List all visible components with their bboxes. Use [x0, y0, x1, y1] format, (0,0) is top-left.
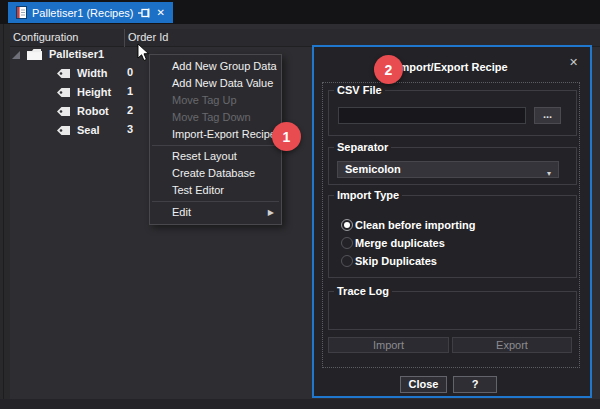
order-id-value: 0 [127, 66, 133, 78]
tag-icon [56, 125, 71, 136]
help-button[interactable]: ? [453, 376, 497, 393]
menu-item-reset-layout[interactable]: Reset Layout [150, 148, 281, 165]
browse-button[interactable]: ... [534, 107, 561, 124]
tag-label: Robot [77, 104, 109, 119]
csv-file-input[interactable] [338, 107, 526, 124]
expander-icon[interactable] [12, 51, 20, 59]
radio-skip-duplicates[interactable] [341, 255, 353, 267]
radio-label[interactable]: Skip Duplicates [355, 253, 437, 269]
dropdown-selected-value: Semicolon [338, 163, 401, 175]
radio-label[interactable]: Clean before importing [355, 217, 475, 233]
export-button[interactable]: Export [452, 337, 572, 353]
tag-icon [56, 87, 71, 98]
menu-item-import-export-recipe[interactable]: Import-Export Recipe [150, 126, 281, 143]
menu-item-move-tag-down: Move Tag Down [150, 109, 281, 126]
csv-file-group-label: CSV File [334, 84, 385, 96]
annotation-badge-1: 1 [272, 122, 301, 151]
annotation-badge-2: 2 [374, 55, 403, 84]
tree-root-label: Palletiser1 [49, 47, 104, 62]
submenu-arrow-icon: ▶ [268, 204, 274, 221]
folder-icon [26, 48, 43, 61]
menu-item-edit[interactable]: Edit ▶ [150, 204, 281, 221]
dialog-title: Import/Export Recipe [312, 61, 592, 73]
import-type-group-label: Import Type [334, 189, 402, 201]
menu-item-add-new-group-data[interactable]: Add New Group Data [150, 58, 281, 75]
tab-bar: Palletiser1 (Recipes) ✕ [0, 0, 600, 24]
tag-label: Width [77, 66, 107, 81]
app-window: Palletiser1 (Recipes) ✕ Configuration Or… [0, 0, 600, 409]
menu-separator [152, 201, 279, 202]
menu-item-create-database[interactable]: Create Database [150, 165, 281, 182]
column-header-order-id[interactable]: Order Id [128, 31, 168, 43]
trace-log-group-label: Trace Log [334, 285, 392, 297]
radio-merge-duplicates[interactable] [341, 237, 353, 249]
order-id-value: 1 [127, 85, 133, 97]
close-button[interactable]: Close [400, 376, 447, 393]
radio-label[interactable]: Merge duplicates [355, 235, 445, 251]
import-button[interactable]: Import [328, 337, 449, 353]
window-left-edge [3, 24, 4, 409]
separator-group-label: Separator [334, 141, 391, 153]
tag-label: Height [77, 85, 111, 100]
menu-item-add-new-data-value[interactable]: Add New Data Value [150, 75, 281, 92]
order-id-value: 2 [127, 104, 133, 116]
tag-icon [56, 68, 71, 79]
column-header-configuration[interactable]: Configuration [13, 31, 78, 43]
dialog-close-icon[interactable]: ✕ [569, 56, 578, 69]
radio-clean-before-importing[interactable] [341, 219, 353, 231]
tab-palletiser1-recipes[interactable]: Palletiser1 (Recipes) ✕ [8, 2, 173, 23]
context-menu: Add New Group Data Add New Data Value Mo… [149, 54, 282, 225]
menu-item-move-tag-up: Move Tag Up [150, 92, 281, 109]
tab-title: Palletiser1 (Recipes) [32, 7, 133, 19]
tag-label: Seal [77, 123, 100, 138]
tab-close-icon[interactable]: ✕ [156, 8, 164, 18]
window-bottom-edge [0, 399, 600, 409]
menu-item-test-editor[interactable]: Test Editor [150, 182, 281, 199]
mouse-cursor [137, 43, 150, 62]
tag-icon [56, 106, 71, 117]
order-id-value: 3 [127, 123, 133, 135]
menu-separator [152, 145, 279, 146]
dropdown-arrow-icon: ▾ [547, 166, 551, 181]
recipe-document-icon [16, 6, 27, 19]
separator-dropdown[interactable]: Semicolon ▾ [337, 161, 559, 178]
pin-icon[interactable] [138, 7, 151, 19]
